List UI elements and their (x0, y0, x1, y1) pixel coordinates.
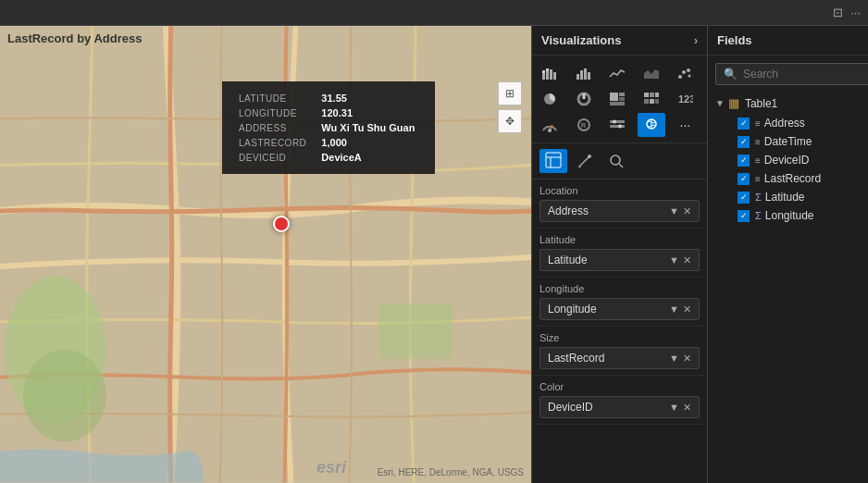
latitude-dropdown-icons: ▼ ✕ (669, 254, 691, 266)
location-dropdown[interactable]: Address ▼ ✕ (539, 200, 700, 222)
viz-icon-grid: 123 R ··· (532, 56, 707, 143)
search-box: 🔍 (715, 63, 868, 85)
esri-logo: esri (316, 458, 346, 477)
zoom-to-selection-btn[interactable]: ⊞ (498, 81, 522, 105)
field-name-lastrecord: LastRecord (764, 172, 821, 185)
svg-point-39 (613, 120, 616, 124)
latitude-dropdown[interactable]: Latitude ▼ ✕ (539, 249, 700, 271)
viz-slicer[interactable] (603, 113, 631, 137)
field-list: ≡ Address ≡ DateTime ≡ DeviceID (708, 114, 868, 225)
viz-kpi[interactable]: R (570, 113, 598, 137)
field-name-longitude: Longitude (765, 209, 814, 222)
svg-point-18 (682, 70, 686, 74)
field-item-deviceid[interactable]: ≡ DeviceID (730, 151, 868, 169)
svg-rect-12 (577, 74, 579, 80)
field-item-longitude[interactable]: Σ Longitude (730, 206, 868, 225)
size-clear[interactable]: ✕ (683, 353, 691, 365)
field-item-lastrecord[interactable]: ≡ LastRecord (730, 169, 868, 188)
table-expand-icon[interactable]: ▼ (715, 98, 725, 108)
field-type-latitude: Σ (755, 192, 762, 203)
longitude-label: Longitude (539, 283, 700, 294)
visualizations-title: Visualizations (541, 33, 621, 47)
color-dropdown[interactable]: DeviceID ▼ ✕ (539, 396, 700, 418)
viz-bar[interactable] (570, 61, 598, 85)
svg-rect-23 (610, 93, 618, 101)
longitude-chevron[interactable]: ▼ (669, 303, 679, 315)
size-field-group: Size LastRecord ▼ ✕ (532, 327, 707, 376)
field-checkbox-deviceid[interactable] (738, 155, 750, 167)
field-checkbox-latitude[interactable] (738, 192, 750, 204)
field-checkbox-datetime[interactable] (738, 136, 750, 148)
tooltip-label-address: ADDRESS (235, 120, 317, 135)
size-dropdown[interactable]: LastRecord ▼ ✕ (539, 347, 700, 369)
viz-pie[interactable] (536, 87, 564, 111)
field-name-datetime: DateTime (764, 135, 812, 148)
field-type-datetime: ≡ (755, 137, 761, 147)
visualizations-header: Visualizations › (532, 26, 707, 56)
svg-rect-27 (644, 93, 649, 97)
map-controls: ⊞ ✥ (498, 81, 522, 133)
svg-point-17 (678, 75, 682, 79)
map-marker[interactable] (273, 216, 290, 232)
more-icon[interactable]: ··· (850, 6, 861, 19)
viz-more[interactable]: ··· (671, 113, 699, 137)
field-checkbox-address[interactable] (738, 118, 750, 130)
location-clear[interactable]: ✕ (683, 205, 691, 217)
map-attribution: Esri, HERE, DeLorme, NGA, USGS (378, 467, 524, 477)
longitude-dropdown[interactable]: Longitude ▼ ✕ (539, 298, 700, 320)
latitude-value: Latitude (548, 254, 588, 266)
svg-point-3 (23, 350, 106, 442)
top-bar: ⊡ ··· (0, 0, 868, 26)
format-tab[interactable] (571, 149, 599, 173)
field-item-datetime[interactable]: ≡ DateTime (730, 132, 868, 151)
viz-matrix[interactable] (638, 87, 665, 111)
svg-rect-8 (546, 71, 549, 80)
viz-gauge[interactable] (536, 113, 564, 137)
svg-rect-32 (655, 99, 659, 104)
svg-rect-4 (378, 303, 453, 359)
viz-number[interactable]: 123 (671, 87, 699, 111)
visualizations-expand[interactable]: › (694, 34, 698, 47)
svg-point-40 (618, 125, 622, 129)
location-chevron[interactable]: ▼ (669, 205, 679, 217)
viz-treemap[interactable] (603, 87, 631, 111)
field-checkbox-lastrecord[interactable] (738, 173, 750, 185)
search-input[interactable] (743, 68, 868, 80)
tooltip-row-longitude: LONGITUDE 120.31 (235, 105, 418, 120)
svg-rect-6 (542, 73, 545, 80)
viz-map[interactable] (638, 113, 665, 137)
tooltip-value-deviceid: DeviceA (317, 150, 418, 165)
field-checkbox-longitude[interactable] (738, 210, 750, 222)
svg-rect-9 (546, 68, 549, 71)
field-item-latitude[interactable]: Σ Latitude (730, 188, 868, 206)
color-dropdown-icons: ▼ ✕ (669, 402, 691, 414)
latitude-chevron[interactable]: ▼ (669, 254, 679, 266)
analytics-tab[interactable] (602, 149, 630, 173)
field-item-address[interactable]: ≡ Address (730, 114, 868, 132)
longitude-clear[interactable]: ✕ (683, 303, 691, 316)
viz-line[interactable] (603, 61, 631, 85)
svg-rect-11 (553, 72, 556, 80)
svg-marker-16 (644, 69, 659, 79)
viz-stacked-bar[interactable] (536, 61, 564, 85)
viz-donut[interactable] (570, 87, 598, 111)
table-node[interactable]: ▼ ▦ Table1 (708, 93, 868, 114)
svg-point-47 (611, 155, 620, 165)
field-name-latitude: Latitude (765, 191, 805, 204)
latitude-clear[interactable]: ✕ (683, 254, 691, 266)
size-chevron[interactable]: ▼ (669, 353, 679, 364)
color-clear[interactable]: ✕ (683, 402, 691, 414)
svg-rect-43 (546, 153, 561, 167)
expand-icon[interactable]: ⊡ (833, 6, 843, 19)
location-tab[interactable] (539, 149, 567, 173)
svg-rect-15 (588, 72, 590, 80)
color-value: DeviceID (548, 401, 593, 414)
viz-scatter[interactable] (671, 61, 699, 85)
color-chevron[interactable]: ▼ (669, 402, 679, 413)
viz-area[interactable] (638, 61, 665, 85)
top-bar-actions: ⊡ ··· (833, 6, 861, 19)
svg-point-19 (687, 68, 690, 72)
pan-btn[interactable]: ✥ (498, 109, 522, 133)
main-area: LastRecord by Address (0, 26, 868, 483)
map-tooltip: LATITUDE 31.55 LONGITUDE 120.31 ADDRESS … (222, 81, 435, 174)
